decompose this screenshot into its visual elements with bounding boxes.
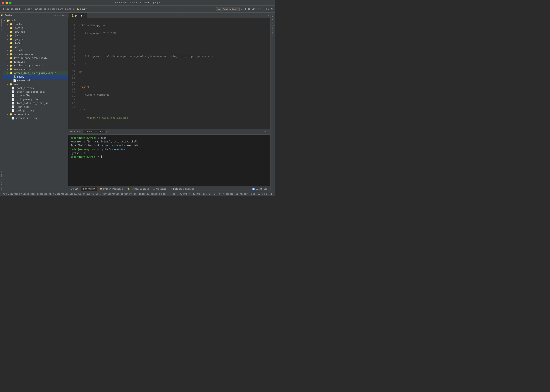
- maximize-button[interactable]: [9, 2, 11, 4]
- settings-icon[interactable]: ⚙: [266, 8, 267, 10]
- database-changes-label: Database Changes: [173, 188, 194, 190]
- breadcrumb-coder[interactable]: coder: [25, 8, 32, 10]
- right-tab-sciview[interactable]: SciView: [271, 26, 275, 37]
- project-panel-title: Project: [5, 14, 14, 17]
- packages-tab-label: Python Packages: [103, 188, 123, 190]
- code-content[interactable]: ⊟#!/usr/bin/python #♥copyright 2013 MTM …: [76, 18, 270, 129]
- tree-item-personalize-log[interactable]: 📄 personalize.log: [3, 116, 68, 120]
- terminal-line-1: coder@mark-python:~$ fish: [71, 136, 268, 140]
- close-button[interactable]: [2, 2, 4, 4]
- spaces-status[interactable]: 4 spaces: [223, 193, 233, 195]
- tree-item-local[interactable]: ▶ 📁 .local: [3, 41, 68, 45]
- code-line-5: # Program to calculate a percentage of a…: [79, 55, 268, 58]
- problems-tab-icon: ⚠: [153, 188, 155, 190]
- encoding-status[interactable]: UTF-8: [214, 193, 221, 195]
- code-line-2: #♥copyright 2013 MTM: [79, 31, 268, 35]
- bottom-tab-problems[interactable]: ⚠ Problems: [152, 187, 168, 191]
- tree-item-wget[interactable]: 📄 .wget-hsts: [3, 105, 68, 109]
- tree-item-java[interactable]: ▶ 📁 .java: [3, 34, 68, 37]
- terminal-area: Terminal: Local: shared ✕ + ∨ ⚙ − coder@…: [68, 129, 270, 186]
- terminal-line-6: coder@mark-python ->: [71, 155, 268, 159]
- tree-item-pp-py[interactable]: 🐍 pp.py: [3, 75, 68, 79]
- tree-item-data-science[interactable]: ▶ 📁 data-science-imdb-sample: [3, 56, 68, 60]
- bookmarks-icon[interactable]: Bookmarks: [0, 170, 3, 181]
- terminal-tab-local[interactable]: Local: shared ✕: [83, 130, 105, 133]
- terminal-chevron[interactable]: ∨: [108, 130, 109, 133]
- terminal-line-4: coder@mark-python -> python3 --version: [71, 147, 268, 151]
- tree-item-readme[interactable]: 📄 README.md: [3, 79, 68, 82]
- tab-overflow-menu[interactable]: ⋮: [176, 14, 178, 17]
- tree-item-gitconfig[interactable]: 📄 .gitconfig: [3, 94, 68, 98]
- pause-button[interactable]: ⏸: [244, 7, 247, 11]
- tree-item-ipython[interactable]: ▶ 📁 .ipython: [3, 30, 68, 34]
- git-pull-icon[interactable]: ↩: [263, 8, 265, 10]
- bottom-tab-git[interactable]: ⎇ Git: [69, 187, 80, 191]
- stop-button[interactable]: ⏹: [248, 7, 251, 11]
- terminal-content[interactable]: coder@mark-python:~$ fish Welcome to fis…: [68, 134, 270, 186]
- bottom-tab-python-console[interactable]: 🐍 Python Console: [125, 187, 151, 191]
- tree-item-python-dict[interactable]: ▼ 📁 python_dict_input_parm_example: [3, 71, 68, 75]
- right-tab-database[interactable]: Database: [271, 13, 275, 26]
- tree-item-venv[interactable]: ▶ 📁 venv: [3, 82, 68, 86]
- filter-icon[interactable]: ⊞: [60, 14, 61, 17]
- tab-close-button[interactable]: ✕: [84, 14, 85, 16]
- lf-status[interactable]: LF: [209, 193, 212, 195]
- branch-status: ⎇ master: [236, 193, 247, 195]
- git-tab-icon: ⎇: [71, 188, 74, 190]
- tree-item-pandas[interactable]: ▶ 📁 pandas_automl: [3, 67, 68, 71]
- run-button[interactable]: ▶: [241, 7, 242, 11]
- settings-panel-icon[interactable]: ⚙: [62, 14, 64, 17]
- toolbar-separator-1: [23, 7, 23, 11]
- code-editor[interactable]: 1 2 3 4 5 6 7 8 9 13 14 15 16 17 18 19 2: [68, 18, 270, 129]
- tree-item-configure-log[interactable]: 📄 configure.log: [3, 109, 68, 112]
- bottom-tab-database-changes[interactable]: 🗄 Database Changes: [168, 187, 196, 191]
- breadcrumb-project[interactable]: python_dict_input_parm_example: [35, 8, 74, 10]
- terminal-tab-label-bottom: Terminal: [85, 188, 95, 190]
- breadcrumb-file[interactable]: pp.py: [80, 8, 87, 10]
- terminal-line-5: Python 3.8.10: [71, 151, 268, 155]
- tree-item-dotfiles[interactable]: ▶ 📁 dotfiles: [3, 60, 68, 64]
- hide-panel-icon[interactable]: −: [65, 14, 67, 17]
- terminal-add-button[interactable]: +: [106, 130, 107, 133]
- tree-item-config[interactable]: ▶ 📁 .config: [3, 26, 68, 30]
- bottom-tab-python-packages[interactable]: 📦 Python Packages: [97, 187, 125, 191]
- tree-item-cache[interactable]: ▶ 📁 .cache: [3, 22, 68, 26]
- window-title: Connected to coder's coder – pp.py: [115, 1, 160, 4]
- tree-item-bash-history[interactable]: 📄 .bash_history: [3, 86, 68, 90]
- toolbar-right: Add Configuration... ▶ ⏸ ⏹ Git: ✓ ✓ ↑ ↩ …: [216, 7, 273, 11]
- git-push-icon[interactable]: ↑: [261, 8, 263, 10]
- terminal-minimize-icon[interactable]: −: [267, 130, 269, 133]
- code-line-17: [79, 124, 268, 128]
- tree-item-vscode-server[interactable]: ▶ 📁 .vscode-server: [3, 52, 68, 56]
- tree-item-personalize[interactable]: ▶ 📁 personalize: [3, 112, 68, 116]
- console-tab-label: Python Console: [131, 188, 149, 190]
- tree-item-last-dotfiles[interactable]: 📄 .last_dotfiles_clone_uri: [3, 101, 68, 105]
- tree-item-vscode[interactable]: ▶ 📁 .vscode: [3, 49, 68, 52]
- tree-item-coder-ssh[interactable]: 📄 .coder-ssh-agent.sock: [3, 90, 68, 94]
- editor-tab-pp-py[interactable]: 🐍 pp.py ✕: [69, 13, 87, 18]
- tree-item-notebooks[interactable]: ▶ 📁 notebooks-open-source: [3, 64, 68, 67]
- pull-requests-icon[interactable]: Pull Requests: [0, 18, 3, 32]
- minimize-button[interactable]: [6, 2, 8, 4]
- bottom-tab-terminal[interactable]: ▣ Terminal: [81, 187, 97, 191]
- tab-py-icon: 🐍: [71, 14, 74, 17]
- run-config-icon[interactable]: ▶: [268, 8, 270, 10]
- terminal-line-2: Welcome to fish, the friendly interactiv…: [71, 140, 268, 144]
- structure-icon[interactable]: Structure: [0, 182, 3, 192]
- add-configuration-button[interactable]: Add Configuration...: [216, 7, 240, 11]
- collapse-all-icon[interactable]: ⊕: [54, 14, 56, 17]
- terminal-tab-icon: ▣: [83, 188, 84, 190]
- tree-item-gitignore[interactable]: 📄 .gitignore_global: [3, 98, 68, 101]
- tree-item-coder[interactable]: ▼ 📁 coder: [3, 19, 68, 22]
- terminal-tab-close[interactable]: ✕: [102, 131, 104, 133]
- code-line-7: ⊟#: [79, 70, 268, 74]
- bottom-tab-event-log[interactable]: 1 Event Log: [250, 187, 270, 191]
- tree-item-ssh[interactable]: ▶ 📁 .ssh: [3, 45, 68, 49]
- sidebar-toggle-icon[interactable]: 📁: [0, 14, 3, 17]
- search-icon[interactable]: 🔍: [271, 8, 273, 10]
- terminal-settings-icon[interactable]: ⚙: [265, 130, 266, 133]
- main-layout: 📁 Pull Requests Bookmarks Structure Proj…: [0, 13, 275, 192]
- ide-backend-button[interactable]: ⚙ IDE Backend: [2, 7, 21, 11]
- sort-icon[interactable]: ≡: [57, 14, 58, 17]
- tree-item-jupyter[interactable]: ▶ 📁 .jupyter: [3, 37, 68, 41]
